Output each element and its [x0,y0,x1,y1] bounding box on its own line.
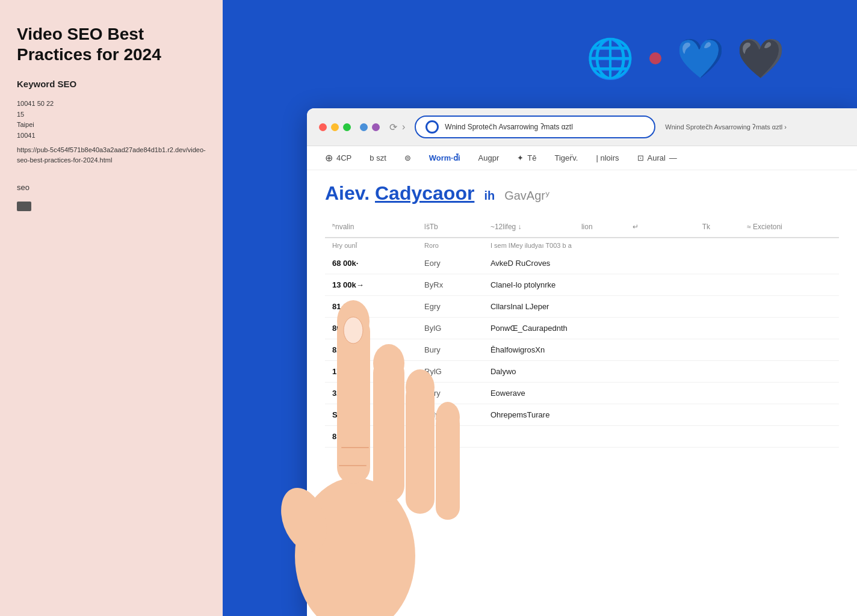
deco-icons: 🌐 💙 🖤 [586,36,785,81]
page-title: Aiev. Cadycaoor [325,182,474,205]
sidebar-subtitle: Keyword SEO [17,79,206,89]
sidebar-icon [17,202,31,211]
toolbar-item-3[interactable]: ⊚ [404,153,411,162]
sidebar-title: Video SEO Best Practices for 2024 [17,24,206,64]
cell-metric-3: 80 00k· [325,318,417,339]
toolbar-label-5: Augpr [478,153,500,162]
toolbar-item-4[interactable]: Worm·d̈i [429,153,460,162]
deco-icon-1: 🌐 [586,36,634,81]
page-title-row: Aiev. Cadycaoor ih GavAgrʸ [325,182,839,205]
subheader-1: Hry ounĪ [325,238,417,253]
subheader-3: I sem IMey iludyaı T003 b a [483,238,839,253]
cell-col1-7: Nilly [417,404,483,426]
browser-chrome: ⟳ › Wnind Sprotec̈h Avsarrowing ʔmats αz… [307,108,857,146]
nav-buttons: ⟳ › [389,122,405,133]
cell-metric-8: 8F 00k· [325,426,417,448]
cell-col2-5: Dalywo [483,361,839,383]
app-toolbar: ⊕ 4CP b szt ⊚ Worm·d̈i Augpr ✦ Tē Tiger̈… [307,146,857,170]
cell-metric-4: 82 00k· [325,339,417,361]
page-title-highlight: ih [484,189,495,203]
cell-col1-4: Bury [417,339,483,361]
cell-col2-6: Eowerave [483,383,839,404]
col-header-5: ↵ [625,217,666,238]
svg-point-0 [649,52,661,64]
table-row[interactable]: 82 00k· Bury ĒhalfowigrosXn [325,339,839,361]
toolbar-label-1: 4CP [336,153,351,162]
tab-1[interactable]: Wnind Sprotec̈h Avsarrowing ʔmats αztl › [665,123,787,131]
address-bar[interactable]: Wnind Sprotec̈h Avsarrowing ʔmats αztl [415,116,655,138]
cell-col2-2: CllarsInal LJeper [483,296,839,318]
browser-tabs-bar: Wnind Sprotec̈h Avsarrowing ʔmats αztl › [665,123,787,131]
toolbar-label-4: Worm·d̈i [429,153,460,162]
table-row[interactable]: 8F 00k· [325,426,839,448]
cell-col2-7: OhrepemsTurare [483,404,839,426]
toolbar-item-1[interactable]: ⊕ 4CP [325,152,351,164]
table-header-row: ʰnvalin ls̈Tb ~12lifeg ↓ lion ↵ Tk ≈ Exc… [325,217,839,238]
cell-col2-1: ClaneI-lo ptolynrke [483,274,839,296]
data-table: ʰnvalin ls̈Tb ~12lifeg ↓ lion ↵ Tk ≈ Exc… [325,217,839,448]
toolbar-item-7[interactable]: Tiger̈v. [554,153,578,162]
col-header-4: lion [574,217,625,238]
toolbar-item-2[interactable]: b szt [370,153,386,162]
cell-col1-1: ByRx [417,274,483,296]
back-icon[interactable]: ⟳ [389,122,397,133]
table-row[interactable]: 68 00k· Eory AvkeD RuCroves [325,253,839,274]
deco-icon-3: 💙 [676,36,725,81]
sidebar-tag: seo [17,183,206,192]
maximize-button[interactable] [343,123,351,131]
cell-col2-8 [483,426,839,448]
table-row[interactable]: 13 00k→ ByRx ClaneI-lo ptolynrke [325,274,839,296]
toolbar-label-7: Tiger̈v. [554,153,578,162]
table-row[interactable]: 81 00k· Egry CllarsInal LJeper [325,296,839,318]
cell-col2-0: AvkeD RuCroves [483,253,839,274]
table-row[interactable]: 80 00k· BylG PonwŒ_Caurapednth [325,318,839,339]
table-row[interactable]: S0 00k· Nilly OhrepemsTurare [325,404,839,426]
toolbar-label-6: Tē [527,153,536,162]
cell-col1-8 [417,426,483,448]
toolbar-expand-9: — [669,153,677,162]
col-header-7: Tk [695,217,740,238]
close-button[interactable] [319,123,327,131]
toolbar-item-8[interactable]: | nloirs [596,153,619,162]
col-header-6 [666,217,695,238]
cell-metric-5: 17 004· [325,361,417,383]
toolbar-label-9: Aural [648,153,666,162]
toolbar-item-5[interactable]: Augpr [478,153,500,162]
extra-button-1[interactable] [360,123,368,131]
address-text: Wnind Sprotec̈h Avsarrowing ʔmats αztl [445,123,572,131]
deco-icon-4: 🖤 [737,36,785,81]
cell-col2-4: ĒhalfowigrosXn [483,339,839,361]
extra-button-2[interactable] [372,123,380,131]
toolbar-label-8: | nloirs [596,153,619,162]
table-row[interactable]: 32 00k· Bory Eowerave [325,383,839,404]
sidebar: Video SEO Best Practices for 2024 Keywor… [0,0,223,616]
table-row[interactable]: 17 004· RylG Dalywo [325,361,839,383]
cell-metric-7: S0 00k· [325,404,417,426]
subheader-2: Roro [417,238,483,253]
deco-icon-2 [646,32,664,76]
main-area: 🌐 💙 🖤 ⟳ › Wnind Sprotec̈h Avsarrowin [223,0,857,616]
toolbar-label-2: b szt [370,153,386,162]
minimize-button[interactable] [331,123,339,131]
col-header-8: ≈ Excietoni [740,217,839,238]
forward-icon[interactable]: › [402,122,405,132]
toolbar-icon-6: ✦ [517,153,524,162]
col-header-3: ~12lifeg ↓ [483,217,574,238]
traffic-lights [319,123,380,131]
cell-metric-0: 68 00k· [325,253,417,274]
cell-col1-0: Eory [417,253,483,274]
toolbar-icon-1: ⊕ [325,152,333,164]
cell-col1-3: BylG [417,318,483,339]
col-header-2: ls̈Tb [417,217,483,238]
col-header-1: ʰnvalin [325,217,417,238]
cell-col2-3: PonwŒ_Caurapednth [483,318,839,339]
cell-metric-6: 32 00k· [325,383,417,404]
cell-col1-5: RylG [417,361,483,383]
toolbar-icon-3: ⊚ [404,153,411,162]
toolbar-item-6[interactable]: ✦ Tē [517,153,536,162]
table-subheader-row: Hry ounĪ Roro I sem IMey iludyaı T003 b … [325,238,839,253]
page-content: Aiev. Cadycaoor ih GavAgrʸ ʰnvalin ls̈Tb… [307,170,857,616]
page-subtitle: GavAgrʸ [504,188,549,203]
toolbar-item-9[interactable]: ⊡ Aural — [637,153,677,162]
cell-metric-1: 13 00k→ [325,274,417,296]
